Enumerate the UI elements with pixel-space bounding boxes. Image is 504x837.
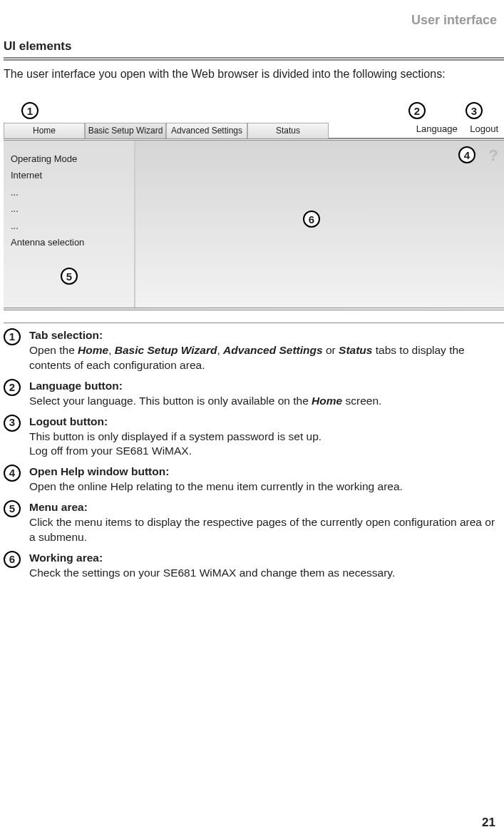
ui-diagram: Home Basic Setup Wizard Advanced Setting… xyxy=(4,96,504,318)
tab-advanced[interactable]: Advanced Settings xyxy=(166,123,247,138)
callout-2: 2 xyxy=(408,102,426,119)
sidebar-item[interactable]: Internet xyxy=(11,167,127,183)
rule xyxy=(4,57,504,61)
desc-4: 4 Open Help window button: Open the onli… xyxy=(4,465,498,494)
callout-3: 3 xyxy=(466,102,483,119)
desc-1: 1 Tab selection: Open the Home, Basic Se… xyxy=(4,328,498,373)
callout-5: 5 xyxy=(61,268,78,285)
desc-body: Open the online Help relating to the men… xyxy=(29,480,403,492)
desc-title: Working area: xyxy=(29,552,103,564)
desc-body: Select your language. This button is onl… xyxy=(29,395,381,407)
desc-num-6: 6 xyxy=(4,551,21,568)
sidebar-item[interactable]: ... xyxy=(11,201,127,217)
desc-num-4: 4 xyxy=(4,465,21,482)
desc-2: 2 Language button: Select your language.… xyxy=(4,379,498,409)
sidebar-item[interactable]: ... xyxy=(11,218,127,234)
desc-num-1: 1 xyxy=(4,328,21,345)
help-icon[interactable]: ? xyxy=(489,146,498,165)
sidebar-item[interactable]: ... xyxy=(11,184,127,201)
body-area: Operating Mode Internet ... ... ... Ante… xyxy=(4,141,504,310)
descriptions: 1 Tab selection: Open the Home, Basic Se… xyxy=(4,328,498,587)
working-area: ? xyxy=(135,141,504,308)
desc-body: Check the settings on your SE681 WiMAX a… xyxy=(29,567,395,579)
desc-3: 3 Logout button: This button is only dis… xyxy=(4,415,498,460)
tab-home[interactable]: Home xyxy=(4,123,85,138)
page-number: 21 xyxy=(482,816,495,830)
callout-6: 6 xyxy=(303,210,320,228)
section-title: UI elements xyxy=(4,39,71,54)
sidebar-item[interactable]: Operating Mode xyxy=(11,151,127,167)
desc-6: 6 Working area: Check the settings on yo… xyxy=(4,551,498,581)
desc-body: Click the menu items to display the resp… xyxy=(29,516,495,543)
callout-1: 1 xyxy=(21,102,38,119)
desc-num-3: 3 xyxy=(4,415,21,432)
desc-body: Log off from your SE681 WiMAX. xyxy=(29,445,192,457)
desc-title: Language button: xyxy=(29,380,123,392)
logout-button[interactable]: Logout xyxy=(470,123,498,134)
tab-status[interactable]: Status xyxy=(247,123,329,138)
callout-4: 4 xyxy=(458,146,475,163)
page-header: User interface xyxy=(411,13,497,28)
desc-num-2: 2 xyxy=(4,379,21,396)
desc-title: Tab selection: xyxy=(29,329,103,341)
header-buttons: Language Logout xyxy=(406,123,498,134)
desc-body: Open the Home, Basic Setup Wizard, Advan… xyxy=(29,344,465,371)
intro-text: The user interface you open with the Web… xyxy=(4,68,500,81)
desc-title: Menu area: xyxy=(29,501,88,513)
desc-title: Logout button: xyxy=(29,415,108,427)
tab-basic-setup[interactable]: Basic Setup Wizard xyxy=(85,123,166,138)
desc-title: Open Help window button: xyxy=(29,465,169,477)
desc-body: This button is only displayed if a syste… xyxy=(29,430,322,442)
sidebar-item[interactable]: Antenna selection xyxy=(11,234,127,250)
language-button[interactable]: Language xyxy=(416,123,458,134)
desc-5: 5 Menu area: Click the menu items to dis… xyxy=(4,500,498,545)
desc-rule xyxy=(4,323,504,323)
desc-num-5: 5 xyxy=(4,500,21,517)
